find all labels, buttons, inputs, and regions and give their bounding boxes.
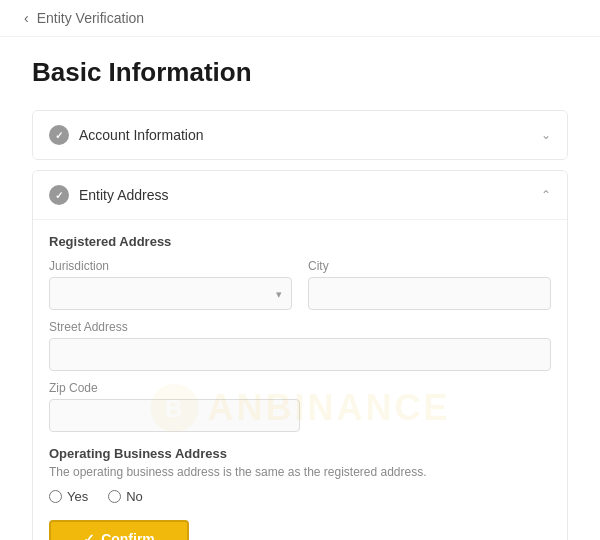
jurisdiction-select[interactable] (49, 277, 292, 310)
account-information-header[interactable]: ✓ Account Information ⌄ (33, 111, 567, 159)
account-information-header-left: ✓ Account Information (49, 125, 204, 145)
entity-address-icon: ✓ (49, 185, 69, 205)
account-information-chevron: ⌄ (541, 128, 551, 142)
confirm-button[interactable]: ✓ Confirm (49, 520, 189, 540)
section-account-information: ✓ Account Information ⌄ (32, 110, 568, 160)
jurisdiction-group: Jurisdiction ▾ (49, 259, 292, 310)
operating-title: Operating Business Address (49, 446, 551, 461)
street-group: Street Address (49, 320, 551, 371)
yes-radio-label[interactable]: Yes (49, 489, 88, 504)
jurisdiction-select-wrapper: ▾ (49, 277, 292, 310)
registered-address-title: Registered Address (49, 234, 551, 249)
account-information-label: Account Information (79, 127, 204, 143)
operating-desc: The operating business address is the sa… (49, 465, 551, 479)
no-radio-label[interactable]: No (108, 489, 143, 504)
entity-address-label: Entity Address (79, 187, 169, 203)
back-arrow-icon[interactable]: ‹ (24, 10, 29, 26)
no-label: No (126, 489, 143, 504)
top-nav: ‹ Entity Verification (0, 0, 600, 37)
section-entity-address: ✓ Entity Address ⌃ Registered Address Ju… (32, 170, 568, 540)
entity-address-header[interactable]: ✓ Entity Address ⌃ (33, 171, 567, 219)
zip-input[interactable] (49, 399, 300, 432)
entity-address-body: Registered Address Jurisdiction ▾ City (33, 219, 567, 540)
city-label: City (308, 259, 551, 273)
jurisdiction-label: Jurisdiction (49, 259, 292, 273)
yes-label: Yes (67, 489, 88, 504)
nav-title[interactable]: Entity Verification (37, 10, 144, 26)
confirm-check-icon: ✓ (83, 531, 95, 540)
page-title: Basic Information (32, 57, 568, 88)
entity-address-header-left: ✓ Entity Address (49, 185, 169, 205)
jurisdiction-city-row: Jurisdiction ▾ City (49, 259, 551, 310)
confirm-label: Confirm (101, 531, 155, 540)
city-input[interactable] (308, 277, 551, 310)
radio-group: Yes No (49, 489, 551, 504)
zip-group: Zip Code (49, 381, 300, 432)
entity-address-chevron: ⌃ (541, 188, 551, 202)
city-group: City (308, 259, 551, 310)
street-input[interactable] (49, 338, 551, 371)
street-label: Street Address (49, 320, 551, 334)
no-radio[interactable] (108, 490, 121, 503)
main-content: B ANBINANCE Basic Information ✓ Account … (0, 37, 600, 540)
account-information-icon: ✓ (49, 125, 69, 145)
zip-label: Zip Code (49, 381, 300, 395)
yes-radio[interactable] (49, 490, 62, 503)
